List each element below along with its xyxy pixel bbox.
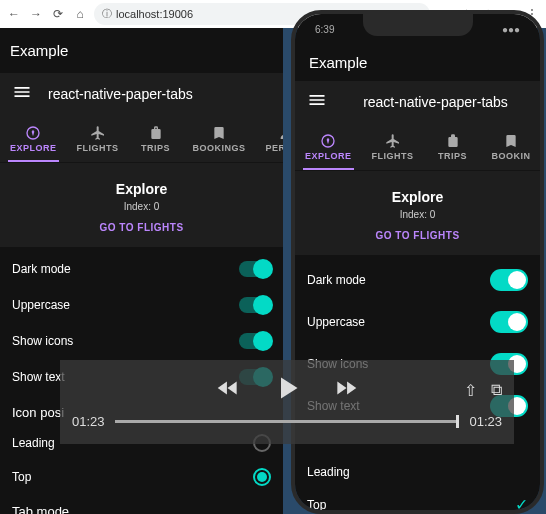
tab-label: BOOKINGS xyxy=(193,143,246,153)
toggle-label: Uppercase xyxy=(12,298,70,312)
option-top[interactable]: Top xyxy=(0,460,283,494)
phone-notch xyxy=(363,14,473,36)
tab-label: TRIPS xyxy=(438,151,467,161)
pip-icon[interactable]: ⧉ xyxy=(491,381,502,400)
switch-uppercase[interactable] xyxy=(239,297,271,313)
tab-mode-header: Tab mode xyxy=(0,494,283,514)
tab-label: PERSON xyxy=(266,143,283,153)
tab-bookings[interactable]: BOOKIN xyxy=(482,123,540,170)
tab-label: FLIGHTS xyxy=(372,151,414,161)
info-icon: ⓘ xyxy=(102,7,112,21)
bookmark-icon xyxy=(211,125,227,141)
tab-flights[interactable]: FLIGHTS xyxy=(67,115,129,162)
reload-button[interactable]: ⟳ xyxy=(50,7,66,21)
go-to-flights-button[interactable]: GO TO FLIGHTS xyxy=(295,230,540,241)
app-bar: react-native-paper-tabs xyxy=(295,81,540,123)
seek-bar[interactable] xyxy=(115,420,460,423)
toggle-label: Uppercase xyxy=(307,315,365,329)
app-bar: react-native-paper-tabs xyxy=(0,73,283,115)
content-subtitle: Index: 0 xyxy=(0,201,283,212)
app-bar-title: react-native-paper-tabs xyxy=(48,86,193,102)
switch-uppercase[interactable] xyxy=(490,311,528,333)
toggle-dark-mode: Dark mode xyxy=(295,259,540,301)
content-heading: Explore xyxy=(0,181,283,197)
home-button[interactable]: ⌂ xyxy=(72,7,88,21)
progress-row: 01:23 01:23 xyxy=(60,414,514,429)
time-current: 01:23 xyxy=(72,414,105,429)
back-button[interactable]: ← xyxy=(6,7,22,21)
tab-trips[interactable]: TRIPS xyxy=(129,115,183,162)
option-label: Leading xyxy=(307,465,350,479)
tab-explore[interactable]: EXPLORE xyxy=(295,123,362,170)
airplane-icon xyxy=(90,125,106,141)
fast-forward-button[interactable] xyxy=(333,375,359,405)
tab-bar: EXPLORE FLIGHTS TRIPS BOOKIN xyxy=(295,123,540,171)
forward-button[interactable]: → xyxy=(28,7,44,21)
tab-personal[interactable]: PERSON xyxy=(256,115,283,162)
hamburger-menu-icon[interactable] xyxy=(307,90,327,114)
tab-bookings[interactable]: BOOKINGS xyxy=(183,115,256,162)
tab-bar: EXPLORE FLIGHTS TRIPS BOOKINGS PERSON xyxy=(0,115,283,163)
toggle-label: Show icons xyxy=(12,334,73,348)
option-leading[interactable]: Leading xyxy=(295,457,540,487)
switch-dark-mode[interactable] xyxy=(239,261,271,277)
tab-content: Explore Index: 0 GO TO FLIGHTS xyxy=(295,171,540,255)
time-total: 01:23 xyxy=(469,414,502,429)
airplane-icon xyxy=(385,133,401,149)
option-label: Top xyxy=(307,498,326,512)
option-top[interactable]: Top ✓ xyxy=(295,487,540,514)
bag-icon xyxy=(445,133,461,149)
content-heading: Explore xyxy=(295,189,540,205)
tab-content: Explore Index: 0 GO TO FLIGHTS xyxy=(0,163,283,247)
tab-explore[interactable]: EXPLORE xyxy=(0,115,67,162)
tab-label: EXPLORE xyxy=(305,151,352,161)
compass-icon xyxy=(25,125,41,141)
status-time: 6:39 xyxy=(315,24,334,35)
tab-label: FLIGHTS xyxy=(77,143,119,153)
tab-flights[interactable]: FLIGHTS xyxy=(362,123,424,170)
toggle-dark-mode: Dark mode xyxy=(0,251,283,287)
compass-icon xyxy=(320,133,336,149)
toggle-uppercase: Uppercase xyxy=(0,287,283,323)
option-label: Leading xyxy=(12,436,55,450)
content-subtitle: Index: 0 xyxy=(295,209,540,220)
tab-trips[interactable]: TRIPS xyxy=(424,123,482,170)
go-to-flights-button[interactable]: GO TO FLIGHTS xyxy=(0,222,283,233)
share-icon[interactable]: ⇧ xyxy=(464,381,477,400)
video-player-overlay: ⇧ ⧉ 01:23 01:23 xyxy=(60,360,514,444)
option-label: Top xyxy=(12,470,31,484)
switch-show-icons[interactable] xyxy=(239,333,271,349)
toggle-show-icons: Show icons xyxy=(0,323,283,359)
toggle-label: Dark mode xyxy=(12,262,71,276)
bookmark-icon xyxy=(503,133,519,149)
bag-icon xyxy=(148,125,164,141)
play-button[interactable] xyxy=(269,370,305,410)
tab-label: BOOKIN xyxy=(492,151,531,161)
radio-top[interactable] xyxy=(253,468,271,486)
app-bar-title: react-native-paper-tabs xyxy=(343,94,528,110)
switch-dark-mode[interactable] xyxy=(490,269,528,291)
page-title: Example xyxy=(0,28,283,73)
hamburger-menu-icon[interactable] xyxy=(12,82,32,106)
toggle-label: Show text xyxy=(12,370,65,384)
toggle-uppercase: Uppercase xyxy=(295,301,540,343)
tab-label: TRIPS xyxy=(141,143,170,153)
rewind-button[interactable] xyxy=(215,375,241,405)
status-icons: ●●● xyxy=(502,24,520,35)
toggle-label: Dark mode xyxy=(307,273,366,287)
check-icon: ✓ xyxy=(515,495,528,514)
page-title: Example xyxy=(295,44,540,81)
tab-label: EXPLORE xyxy=(10,143,57,153)
url-text: localhost:19006 xyxy=(116,8,193,20)
